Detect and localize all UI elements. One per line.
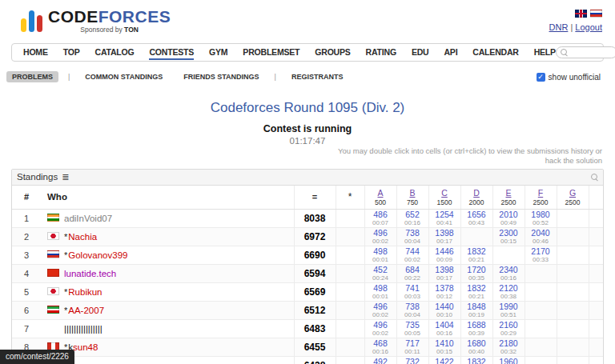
problem-column-C[interactable]: C1500	[428, 186, 460, 210]
problem-result-cell-B[interactable]: 68400:22	[396, 265, 428, 283]
problem-result-cell-D[interactable]: 183200:21	[460, 357, 492, 364]
problem-result-cell-A[interactable]: 46800:16	[364, 338, 396, 357]
problem-column-G[interactable]: G2500	[557, 186, 589, 210]
problem-result-cell-F[interactable]: 204000:46	[525, 228, 557, 246]
codeforces-logo[interactable]: CODEFORCES Sponsored by TON	[21, 8, 171, 34]
username-link[interactable]: AA-2007	[68, 306, 104, 315]
problem-result-cell-E[interactable]	[492, 246, 525, 265]
nav-item-top[interactable]: TOP	[63, 45, 80, 60]
english-flag-icon[interactable]	[575, 10, 587, 18]
problem-result-cell-F[interactable]	[525, 283, 557, 302]
problem-letter-link[interactable]: G	[557, 188, 589, 198]
problem-column-B[interactable]: B750	[396, 186, 428, 210]
problem-result-cell-E[interactable]: 212000:38	[492, 283, 525, 302]
problem-letter-link[interactable]: B	[397, 188, 428, 198]
problem-result-cell-D[interactable]: 184800:19	[460, 302, 492, 320]
problem-result-cell-A[interactable]: 49600:02	[364, 320, 396, 338]
problem-result-cell-C[interactable]: 139800:17	[428, 228, 460, 246]
problem-result-cell-D[interactable]: 172000:35	[460, 265, 492, 283]
username-link[interactable]: ||||||||||||||||	[64, 324, 102, 334]
subnav-item-friends-standings[interactable]: FRIENDS STANDINGS	[178, 71, 264, 82]
username-link[interactable]: lunatide.tech	[64, 269, 116, 278]
nav-search-input[interactable]	[568, 48, 613, 57]
show-unofficial-checkbox[interactable]: ✓	[537, 73, 545, 82]
problem-result-cell-A[interactable]: 48600:07	[364, 210, 396, 228]
problem-result-cell-G[interactable]	[557, 357, 589, 364]
problem-result-cell-F[interactable]: 198000:52	[525, 210, 557, 228]
problem-column-F[interactable]: F2500	[525, 186, 557, 210]
problem-result-cell-E[interactable]: 201000:49	[492, 210, 525, 228]
problem-result-cell-E[interactable]: 218000:32	[492, 338, 525, 357]
problem-result-cell-G[interactable]	[557, 302, 589, 320]
nav-item-catalog[interactable]: CATALOG	[95, 45, 135, 60]
problem-result-cell-A[interactable]: 45200:24	[364, 265, 396, 283]
problem-result-cell-E[interactable]: 230000:15	[492, 228, 525, 246]
problem-result-cell-G[interactable]	[557, 228, 589, 246]
subnav-item-common-standings[interactable]: COMMON STANDINGS	[79, 71, 168, 82]
username-link[interactable]: Rubikun	[68, 287, 102, 297]
problem-column-A[interactable]: A500	[364, 186, 396, 210]
nav-item-contests[interactable]: CONTESTS	[149, 45, 194, 60]
problem-result-cell-C[interactable]: 141000:15	[428, 338, 460, 357]
nav-item-edu[interactable]: EDU	[412, 45, 429, 60]
nav-item-rating[interactable]: RATING	[366, 45, 396, 60]
nav-item-home[interactable]: HOME	[23, 45, 48, 60]
problem-result-cell-B[interactable]: 73800:04	[396, 302, 428, 320]
table-search-icon[interactable]	[591, 174, 598, 181]
username-link[interactable]: adiInVoid07	[64, 214, 112, 223]
problem-column-D[interactable]: D2000	[460, 186, 492, 210]
problem-result-cell-C[interactable]: 139800:17	[428, 265, 460, 283]
problem-result-cell-B[interactable]: 74400:02	[396, 246, 428, 265]
nav-item-gym[interactable]: GYM	[209, 45, 227, 60]
problem-result-cell-B[interactable]: 73800:04	[396, 228, 428, 246]
problem-result-cell-A[interactable]: 49600:02	[364, 228, 396, 246]
problem-result-cell-D[interactable]: 168800:39	[460, 320, 492, 338]
problem-result-cell-B[interactable]: 65200:16	[396, 210, 428, 228]
problem-result-cell-G[interactable]	[557, 265, 589, 283]
problem-result-cell-C[interactable]: 125400:41	[428, 210, 460, 228]
nav-item-api[interactable]: API	[444, 45, 457, 60]
problem-result-cell-E[interactable]: 216000:29	[492, 320, 525, 338]
problem-result-cell-F[interactable]	[525, 265, 557, 283]
problem-result-cell-A[interactable]: 49600:02	[364, 302, 396, 320]
problem-result-cell-E[interactable]: 199000:51	[492, 302, 525, 320]
problem-result-cell-D[interactable]: 183200:21	[460, 246, 492, 265]
username-link[interactable]: Nachia	[68, 232, 97, 242]
problem-result-cell-F[interactable]: 217000:33	[525, 246, 557, 265]
problem-result-cell-E[interactable]: 196000:49	[492, 357, 525, 364]
username-link[interactable]: DNR	[549, 22, 569, 32]
problem-result-cell-D[interactable]: 168000:40	[460, 338, 492, 357]
problem-column-E[interactable]: E2500	[492, 186, 525, 210]
problem-result-cell-G[interactable]	[557, 320, 589, 338]
subnav-item-registrants[interactable]: REGISTRANTS	[286, 71, 349, 82]
problem-result-cell-C[interactable]: 137800:12	[428, 283, 460, 302]
problem-letter-link[interactable]: C	[429, 188, 460, 198]
list-icon[interactable]: ≣	[62, 172, 69, 182]
problem-result-cell-F[interactable]	[525, 338, 557, 357]
problem-letter-link[interactable]: F	[525, 188, 557, 198]
problem-result-cell-B[interactable]: 73500:05	[396, 320, 428, 338]
problem-result-cell-C[interactable]: 142200:13	[428, 357, 460, 364]
russian-flag-icon[interactable]	[590, 10, 602, 18]
problem-result-cell-E[interactable]: 234000:16	[492, 265, 525, 283]
contest-title[interactable]: Codeforces Round 1095 (Div. 2)	[0, 100, 615, 116]
problem-result-cell-A[interactable]: 49200:04	[364, 357, 396, 364]
problem-result-cell-F[interactable]	[525, 302, 557, 320]
problem-letter-link[interactable]: D	[461, 188, 492, 198]
problem-letter-link[interactable]: E	[493, 188, 525, 198]
logout-link[interactable]: Logout	[575, 22, 602, 32]
problem-result-cell-D[interactable]: 183200:21	[460, 283, 492, 302]
problem-result-cell-G[interactable]	[557, 246, 589, 265]
problem-result-cell-D[interactable]	[460, 228, 492, 246]
problem-result-cell-B[interactable]: 73200:06	[396, 357, 428, 364]
problem-result-cell-D[interactable]: 165600:43	[460, 210, 492, 228]
problem-result-cell-B[interactable]: 74100:03	[396, 283, 428, 302]
nav-item-help[interactable]: HELP	[534, 45, 556, 60]
subnav-item-problems[interactable]: PROBLEMS	[6, 71, 58, 82]
problem-result-cell-A[interactable]: 49800:01	[364, 246, 396, 265]
nav-item-calendar[interactable]: CALENDAR	[472, 45, 518, 60]
problem-result-cell-B[interactable]: 71700:11	[396, 338, 428, 357]
problem-result-cell-C[interactable]: 144000:10	[428, 302, 460, 320]
problem-result-cell-C[interactable]: 144600:09	[428, 246, 460, 265]
problem-result-cell-A[interactable]: 49800:01	[364, 283, 396, 302]
